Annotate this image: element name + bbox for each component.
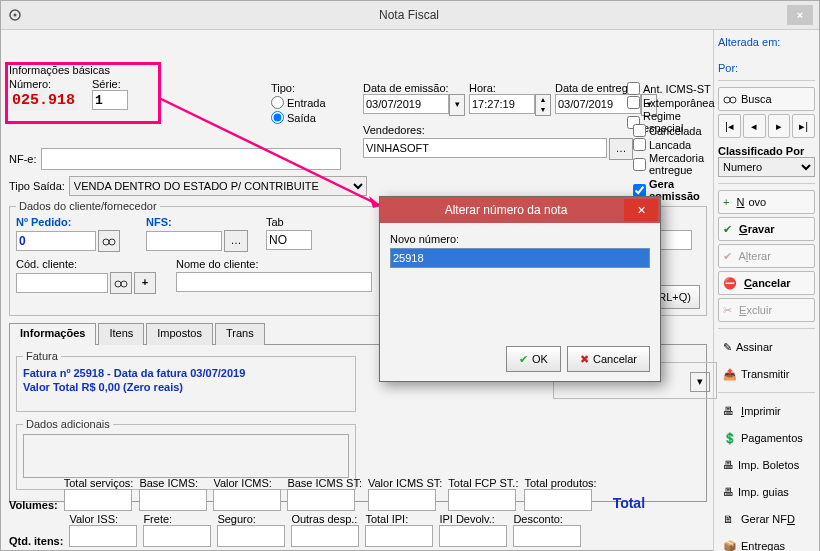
serie-label: Série: <box>92 78 128 90</box>
cod-cliente-add-button[interactable]: + <box>134 272 156 294</box>
nav-last-button[interactable]: ▸| <box>792 114 815 138</box>
total-ipi-label: Total IPI: <box>365 513 433 525</box>
total-ipi-input[interactable] <box>365 525 433 547</box>
gravar-button[interactable]: ✔ Gravar <box>718 217 815 241</box>
seguro-input[interactable] <box>217 525 285 547</box>
side-panel: Alterada em: Por: Busca |◂ ◂ ▸ ▸| Classi… <box>713 30 819 551</box>
desconto-input[interactable] <box>513 525 581 547</box>
printer-icon: 🖶 <box>723 459 734 471</box>
imp-boletos-button[interactable]: 🖶Imp. Boletos <box>718 453 815 477</box>
outras-input[interactable] <box>291 525 359 547</box>
excluir-button[interactable]: ✂ Excluir <box>718 298 815 322</box>
pedido-input[interactable] <box>16 231 96 251</box>
nav-prev-button[interactable]: ◂ <box>743 114 766 138</box>
nome-cliente-input[interactable] <box>176 272 372 292</box>
busca-button[interactable]: Busca <box>718 87 815 111</box>
tab-informacoes[interactable]: Informações <box>9 323 96 345</box>
ant-icms-checkbox[interactable]: Ant. ICMS-ST <box>627 82 715 95</box>
valor-iss-input[interactable] <box>69 525 137 547</box>
nfe-input[interactable] <box>41 148 341 170</box>
total-prod-input[interactable] <box>524 489 592 511</box>
imp-guias-button[interactable]: 🖶Imp. guias <box>718 480 815 504</box>
titlebar: Nota Fiscal × <box>1 1 819 30</box>
x-icon: ✖ <box>580 353 589 366</box>
dialog-cancel-button[interactable]: ✖Cancelar <box>567 346 650 372</box>
ipi-dev-label: IPI Devolv.: <box>439 513 507 525</box>
novo-numero-input[interactable] <box>390 248 650 268</box>
svg-point-8 <box>724 97 730 103</box>
svg-point-6 <box>115 281 121 287</box>
tab-transporte[interactable]: Trans <box>215 323 265 345</box>
fatura-line1: Fatura nº 25918 - Data da fatura 03/07/2… <box>23 366 349 380</box>
tab-impostos[interactable]: Impostos <box>146 323 213 345</box>
outras-label: Outras desp.: <box>291 513 359 525</box>
total-fcp-label: Total FCP ST.: <box>448 477 518 489</box>
entregas-button[interactable]: 📦Entregas <box>718 534 815 551</box>
assinar-button[interactable]: ✎Assinar <box>718 335 815 359</box>
nfs-lookup-button[interactable]: … <box>224 230 248 252</box>
prohibit-icon: ⛔ <box>723 277 737 290</box>
mensagens-dropdown[interactable]: ▾ <box>690 372 710 392</box>
tipo-saida-radio[interactable]: Saída <box>271 111 356 124</box>
tipo-saida-select[interactable]: VENDA DENTRO DO ESTADO P/ CONTRIBUITE <box>69 176 367 196</box>
extemporanea-checkbox[interactable]: Extemporânea <box>627 96 715 109</box>
vendedores-lookup-button[interactable]: … <box>609 138 633 160</box>
gerar-nfd-button[interactable]: 🗎 Gerar NFD <box>718 507 815 531</box>
nfe-label: NF-e: <box>9 153 37 165</box>
hora-input[interactable] <box>469 94 535 114</box>
cod-cliente-search-button[interactable] <box>110 272 132 294</box>
printer-icon: 🖶 <box>723 486 734 498</box>
emissao-dropdown[interactable]: ▾ <box>449 94 465 116</box>
binoculars-icon <box>723 92 737 106</box>
money-icon: 💲 <box>723 432 737 445</box>
cancelar-button[interactable]: ⛔ Cancelar <box>718 271 815 295</box>
scissors-icon: ✂ <box>723 304 732 317</box>
check-icon: ✔ <box>723 223 732 236</box>
classificado-select[interactable]: Numero <box>718 157 815 177</box>
tipo-saida-group: Tipo Saída: VENDA DENTRO DO ESTADO P/ CO… <box>9 176 367 196</box>
frete-input[interactable] <box>143 525 211 547</box>
cod-cliente-input[interactable] <box>16 273 108 293</box>
base-icms-st-input[interactable] <box>287 489 355 511</box>
emissao-label: Data de emissão: <box>363 82 465 94</box>
base-icms-input[interactable] <box>139 489 207 511</box>
total-serv-input[interactable] <box>64 489 132 511</box>
alterar-button[interactable]: ✔ Alterar <box>718 244 815 268</box>
tab-itens[interactable]: Itens <box>98 323 144 345</box>
window-close-button[interactable]: × <box>787 5 813 25</box>
pagamentos-button[interactable]: 💲Pagamentos <box>718 426 815 450</box>
totals-footer: Volumes: Total serviços: Base ICMS: Valo… <box>9 477 707 549</box>
seguro-label: Seguro: <box>217 513 285 525</box>
hora-label: Hora: <box>469 82 551 94</box>
novo-button[interactable]: + Novo <box>718 190 815 214</box>
nfe-group: NF-e: <box>9 148 341 170</box>
total-fcp-input[interactable] <box>448 489 516 511</box>
tipo-entrada-radio[interactable]: Entrada <box>271 96 356 109</box>
status-flags: Cancelada Lancada Mercadoria entregue <box>633 124 713 177</box>
cancelada-checkbox[interactable]: Cancelada <box>633 124 713 137</box>
nome-cliente-label: Nome do cliente: <box>176 258 376 270</box>
nav-next-button[interactable]: ▸ <box>768 114 791 138</box>
base-icms-label: Base ICMS: <box>139 477 207 489</box>
dados-adicionais-textarea[interactable] <box>23 434 349 478</box>
lancada-checkbox[interactable]: Lancada <box>633 138 713 151</box>
valor-icms-input[interactable] <box>213 489 281 511</box>
valor-icms-st-input[interactable] <box>368 489 436 511</box>
pedido-search-button[interactable] <box>98 230 120 252</box>
dialog-title: Alterar número da nota <box>388 203 624 217</box>
hora-spinner[interactable]: ▲▼ <box>535 94 551 116</box>
ipi-dev-input[interactable] <box>439 525 507 547</box>
dialog-close-button[interactable]: ✕ <box>624 199 658 221</box>
imprimir-button[interactable]: 🖶 Imprimir <box>718 399 815 423</box>
serie-input[interactable] <box>92 90 128 110</box>
emissao-input[interactable] <box>363 94 449 114</box>
mercadoria-checkbox[interactable]: Mercadoria entregue <box>633 152 713 176</box>
check-icon: ✔ <box>519 353 528 366</box>
tab-input[interactable] <box>266 230 312 250</box>
dialog-ok-button[interactable]: ✔OK <box>506 346 561 372</box>
transmitir-button[interactable]: 📤Transmitir <box>718 362 815 386</box>
nav-first-button[interactable]: |◂ <box>718 114 741 138</box>
frete-label: Frete: <box>143 513 211 525</box>
nfs-input[interactable] <box>146 231 222 251</box>
vendedores-input[interactable] <box>363 138 607 158</box>
